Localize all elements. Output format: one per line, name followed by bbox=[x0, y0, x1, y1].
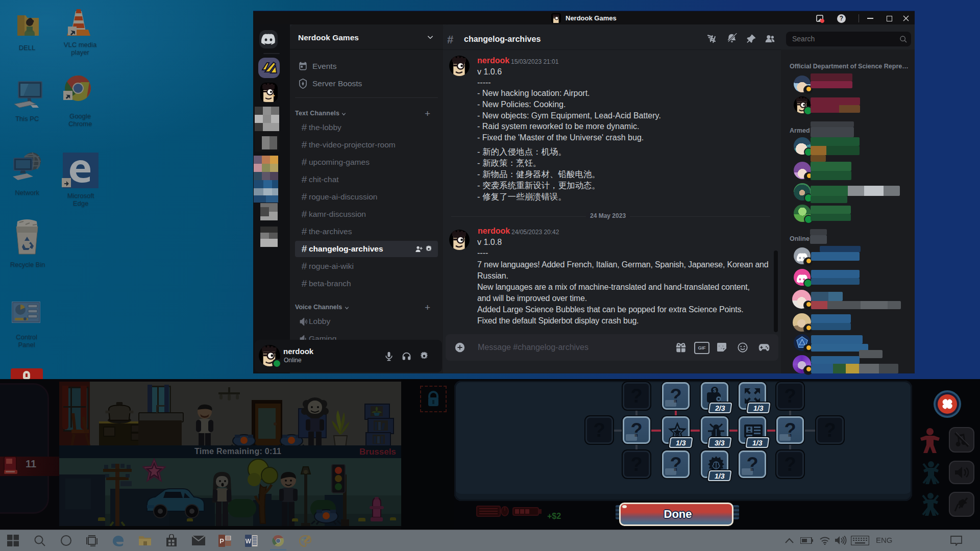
svg-text:P: P bbox=[219, 537, 224, 545]
svg-text:W: W bbox=[246, 538, 252, 545]
